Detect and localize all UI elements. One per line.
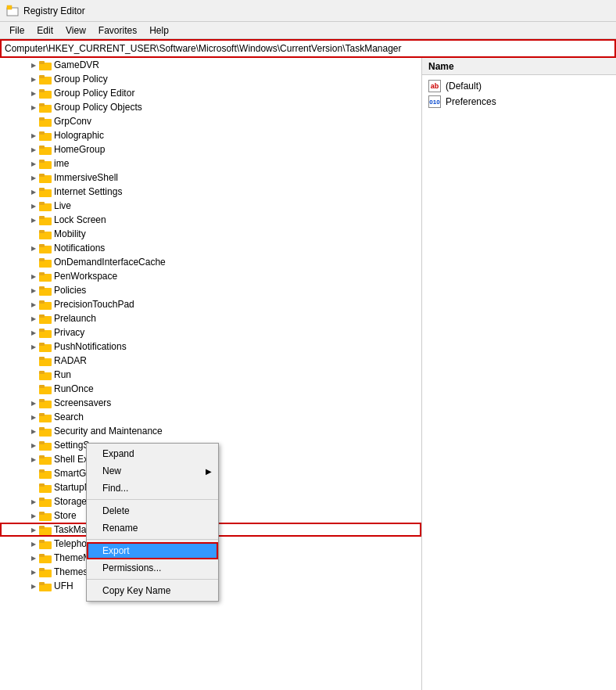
tree-item-ime[interactable]: ▶ ime [0, 156, 421, 171]
folder-icon [39, 59, 52, 70]
svg-rect-75 [39, 568, 45, 571]
tree-item-lockscreen[interactable]: ▶ Lock Screen [0, 213, 421, 227]
svg-rect-47 [39, 371, 45, 374]
tree-item-pushnotifications[interactable]: ▶ PushNotifications [0, 340, 421, 354]
right-content: ab (Default) 010 Preferences [422, 75, 616, 113]
registry-item-default[interactable]: ab (Default) [422, 78, 616, 94]
right-header: Name [422, 58, 616, 75]
svg-rect-71 [39, 540, 45, 543]
tree-item-search[interactable]: ▶ Search [0, 410, 421, 424]
tree-item-radar[interactable]: ▶ RADAR [0, 354, 421, 368]
folder-icon [39, 496, 52, 507]
tree-item-mobility[interactable]: ▶ Mobility [0, 227, 421, 241]
address-bar[interactable]: Computer\HKEY_CURRENT_USER\Software\Micr… [0, 39, 616, 58]
item-label: GameDVR [54, 59, 99, 70]
tree-item-immersiveshell[interactable]: ▶ ImmersiveShell [0, 171, 421, 185]
ctx-divider-2 [87, 539, 218, 540]
folder-icon [39, 426, 52, 437]
svg-rect-5 [39, 75, 45, 78]
menu-help[interactable]: Help [143, 23, 175, 38]
item-label: Group Policy Objects [54, 102, 142, 113]
item-label: ime [54, 158, 69, 169]
ctx-find[interactable]: Find... [87, 480, 218, 497]
arrow-icon: ▶ [28, 327, 39, 338]
tree-item-grouppolicy[interactable]: ▶ Group Policy [0, 72, 421, 86]
menu-file[interactable]: File [3, 23, 30, 38]
arrow-icon: ▶ [28, 482, 39, 493]
ctx-permissions[interactable]: Permissions... [87, 559, 218, 577]
arrow-icon: ▶ [28, 228, 39, 239]
svg-rect-69 [39, 526, 45, 529]
ctx-divider-1 [87, 499, 218, 500]
item-label: Holographic [54, 130, 104, 141]
tree-item-screensavers[interactable]: ▶ Screensavers [0, 396, 421, 410]
arrow-icon: ▶ [28, 144, 39, 155]
tree-item-live[interactable]: ▶ Live [0, 199, 421, 213]
menu-bar: File Edit View Favorites Help [0, 22, 616, 39]
arrow-icon: ▶ [28, 426, 39, 437]
item-label: PushNotifications [54, 341, 127, 352]
ctx-new[interactable]: New ▶ [87, 462, 218, 480]
svg-rect-65 [39, 498, 45, 501]
arrow-icon: ▶ [28, 59, 39, 70]
tree-item-internetsettings[interactable]: ▶ Internet Settings [0, 185, 421, 199]
folder-icon [39, 130, 52, 141]
item-label: Notifications [54, 243, 105, 253]
svg-rect-29 [39, 244, 45, 247]
ctx-find-label: Find... [102, 483, 128, 494]
ctx-rename[interactable]: Rename [87, 519, 218, 537]
folder-icon [39, 158, 52, 169]
tree-item-ondemand[interactable]: ▶ OnDemandInterfaceCache [0, 255, 421, 269]
item-label: ImmersiveShell [54, 172, 118, 183]
tree-item-run[interactable]: ▶ Run [0, 368, 421, 382]
arrow-icon: ▶ [28, 200, 39, 211]
item-label: Policies [54, 285, 86, 296]
svg-rect-43 [39, 343, 45, 346]
arrow-icon: ▶ [28, 355, 39, 366]
reg-preferences-label: Preferences [446, 96, 496, 107]
svg-rect-25 [39, 216, 45, 219]
arrow-icon: ▶ [28, 411, 39, 422]
tree-item-penworkspace[interactable]: ▶ PenWorkspace [0, 269, 421, 283]
tree-item-grouppolicyeditor[interactable]: ▶ Group Policy Editor [0, 86, 421, 100]
menu-favorites[interactable]: Favorites [92, 23, 143, 38]
folder-icon [39, 186, 52, 197]
tree-item-gamedvr[interactable]: ▶ GameDVR [0, 58, 421, 72]
svg-rect-61 [39, 469, 45, 473]
tree-item-policies[interactable]: ▶ Policies [0, 283, 421, 297]
item-label: Group Policy [54, 74, 108, 84]
tree-item-precisiontouchpad[interactable]: ▶ PrecisionTouchPad [0, 297, 421, 311]
svg-rect-35 [39, 286, 45, 289]
registry-item-preferences[interactable]: 010 Preferences [422, 94, 616, 110]
tree-item-notifications[interactable]: ▶ Notifications [0, 241, 421, 255]
ctx-delete[interactable]: Delete [87, 502, 218, 519]
arrow-icon: ▶ [28, 552, 39, 563]
folder-icon [39, 468, 52, 479]
item-label: Store [54, 510, 77, 521]
tree-item-grouppolicyobjects[interactable]: ▶ Group Policy Objects [0, 100, 421, 114]
menu-edit[interactable]: Edit [30, 23, 59, 38]
svg-rect-57 [39, 441, 45, 444]
tree-item-homegroup[interactable]: ▶ HomeGroup [0, 142, 421, 156]
submenu-arrow-icon: ▶ [206, 467, 212, 476]
ctx-expand[interactable]: Expand [87, 445, 218, 462]
arrow-icon: ▶ [28, 299, 39, 310]
folder-icon [39, 369, 52, 380]
arrow-icon: ▶ [28, 496, 39, 507]
tree-item-grpconv[interactable]: ▶ GrpConv [0, 114, 421, 128]
folder-icon [39, 285, 52, 296]
arrow-icon: ▶ [28, 397, 39, 408]
svg-rect-59 [39, 455, 45, 458]
tree-item-privacy[interactable]: ▶ Privacy [0, 325, 421, 340]
tree-item-prelaunch[interactable]: ▶ Prelaunch [0, 311, 421, 325]
folder-icon [39, 524, 52, 535]
tree-item-holographic[interactable]: ▶ Holographic [0, 128, 421, 142]
tree-item-securitymaintenance[interactable]: ▶ Security and Maintenance [0, 424, 421, 438]
ctx-export-label: Export [102, 545, 130, 556]
tree-item-runonce[interactable]: ▶ RunOnce [0, 382, 421, 396]
folder-icon [39, 341, 52, 352]
arrow-icon: ▶ [28, 88, 39, 99]
ctx-export[interactable]: Export [87, 542, 218, 559]
ctx-copykeyname[interactable]: Copy Key Name [87, 582, 218, 599]
menu-view[interactable]: View [59, 23, 92, 38]
